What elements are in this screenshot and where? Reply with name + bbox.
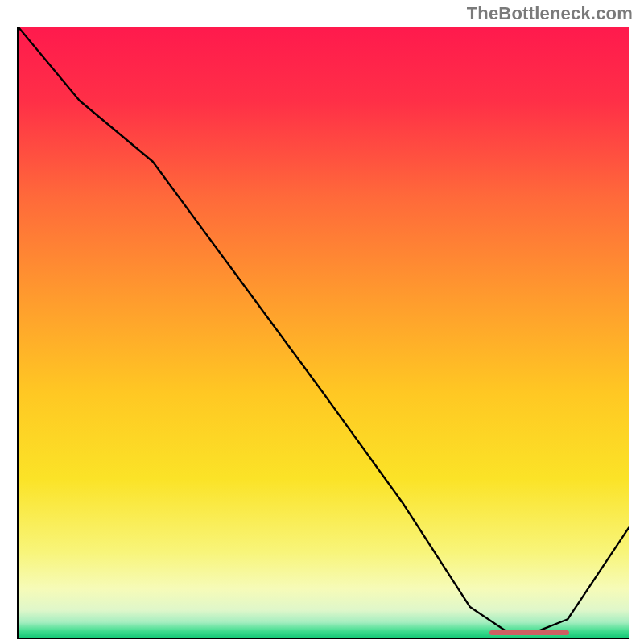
watermark-text: TheBottleneck.com: [467, 3, 633, 24]
chart-stage: TheBottleneck.com: [0, 0, 644, 644]
svg-rect-0: [19, 27, 629, 638]
optimal-region-marker: [489, 630, 569, 635]
background-gradient: [19, 27, 629, 638]
plot-area: [17, 27, 629, 639]
